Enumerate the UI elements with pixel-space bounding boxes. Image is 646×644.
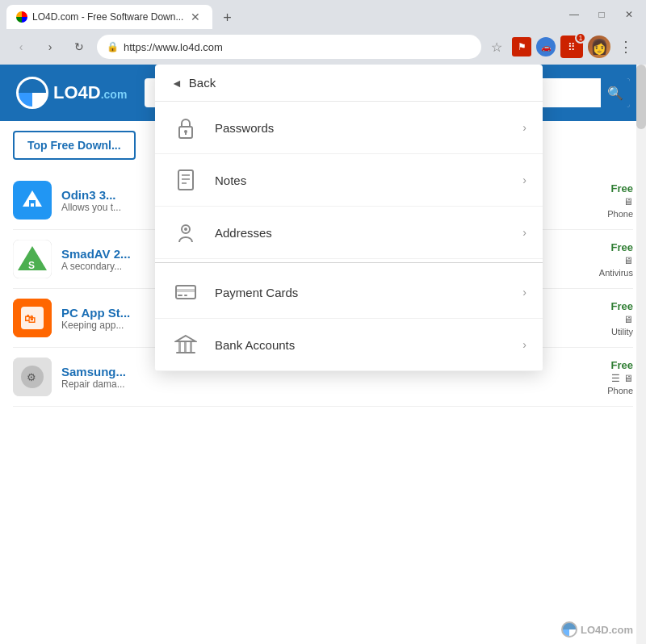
smadav-platforms: 🖥 bbox=[623, 255, 633, 266]
lock-icon: 🔒 bbox=[107, 41, 119, 52]
flag-extension-icon[interactable]: ⚑ bbox=[512, 37, 531, 56]
dropdown-item-bank-accounts[interactable]: Bank Accounts › bbox=[155, 319, 543, 371]
svg-rect-3 bbox=[31, 203, 34, 207]
user-avatar[interactable]: 👩 bbox=[588, 36, 610, 58]
pcapp-meta: Free 🖥 Utility bbox=[568, 300, 633, 337]
odin3-category: Phone bbox=[607, 209, 633, 219]
maximize-button[interactable]: □ bbox=[591, 7, 612, 22]
svg-rect-24 bbox=[178, 295, 182, 296]
pcapp-platforms: 🖥 bbox=[623, 314, 633, 325]
dropdown-back-button[interactable]: ◄ Back bbox=[155, 65, 543, 102]
samsung-desc: Repair dama... bbox=[61, 378, 559, 390]
passwords-label: Passwords bbox=[215, 121, 508, 135]
back-label: Back bbox=[189, 76, 216, 90]
svg-marker-26 bbox=[176, 336, 195, 341]
reload-button[interactable]: ↻ bbox=[68, 36, 90, 58]
monitor-icon: 🖥 bbox=[623, 196, 633, 207]
dropdown-separator bbox=[155, 262, 543, 263]
scrollbar[interactable] bbox=[636, 65, 646, 644]
top-free-downloads-button[interactable]: Top Free Downl... bbox=[13, 131, 136, 160]
svg-rect-30 bbox=[176, 352, 195, 353]
scrollbar-thumb[interactable] bbox=[636, 65, 646, 129]
new-tab-button[interactable]: + bbox=[216, 6, 238, 29]
dropdown-item-notes[interactable]: Notes › bbox=[155, 154, 543, 207]
addresses-arrow-icon: › bbox=[522, 226, 526, 239]
svg-text:⚙: ⚙ bbox=[27, 371, 36, 383]
samsung-category: Phone bbox=[607, 386, 633, 395]
notes-arrow-icon: › bbox=[522, 174, 526, 186]
samsung-price: Free bbox=[611, 359, 633, 371]
smadav-icon: S bbox=[13, 240, 52, 278]
bank-accounts-arrow-icon: › bbox=[522, 338, 526, 351]
samsung-icon: ⚙ bbox=[13, 358, 52, 396]
url-bar[interactable]: 🔒 https://www.lo4d.com bbox=[97, 35, 481, 59]
monitor-icon2: 🖥 bbox=[623, 255, 633, 266]
bank-accounts-label: Bank Accounts bbox=[215, 338, 508, 352]
browser-menu-button[interactable]: ⋮ bbox=[615, 38, 636, 56]
lo4d-watermark: LO4D.com bbox=[561, 621, 633, 638]
smadav-price: Free bbox=[611, 241, 633, 253]
forward-button[interactable]: › bbox=[39, 36, 61, 58]
addresses-label: Addresses bbox=[215, 226, 508, 240]
svg-rect-16 bbox=[178, 170, 193, 190]
lo4d-com-text: .com bbox=[101, 88, 128, 101]
bookmark-icon[interactable]: ☆ bbox=[491, 40, 502, 55]
list-icon: ☰ bbox=[611, 373, 620, 384]
lo4d-search-button[interactable]: 🔍 bbox=[601, 78, 630, 107]
password-manager-dropdown: ◄ Back Passwords › bbox=[155, 65, 543, 371]
tab-bar: LO4D.com - Free Software Down... ✕ + bbox=[6, 0, 238, 29]
dropdown-item-passwords[interactable]: Passwords › bbox=[155, 102, 543, 154]
extensions-badge: 1 bbox=[575, 32, 586, 44]
close-button[interactable]: ✕ bbox=[619, 7, 640, 22]
back-button[interactable]: ‹ bbox=[10, 36, 32, 58]
odin3-icon bbox=[13, 181, 52, 220]
payment-cards-arrow-icon: › bbox=[522, 286, 526, 299]
active-tab[interactable]: LO4D.com - Free Software Down... ✕ bbox=[6, 5, 212, 29]
smadav-meta: Free 🖥 Antivirus bbox=[568, 241, 633, 278]
odin3-platforms: 🖥 bbox=[623, 196, 633, 207]
monitor-icon4: 🖥 bbox=[623, 373, 633, 384]
watermark-ball bbox=[561, 621, 577, 638]
bank-accounts-icon-wrap bbox=[171, 330, 200, 359]
address-icon bbox=[174, 221, 197, 244]
svg-rect-15 bbox=[185, 132, 187, 135]
title-bar: LO4D.com - Free Software Down... ✕ + — □… bbox=[0, 0, 646, 29]
address-bar: ‹ › ↻ 🔒 https://www.lo4d.com ☆ ⚑ 🚗 ⠿ 1 👩… bbox=[0, 29, 646, 65]
tab-favicon bbox=[16, 11, 27, 23]
webpage: LO4D.com 🔍 Top Free Downl... bbox=[0, 65, 646, 644]
tab-title: LO4D.com - Free Software Down... bbox=[32, 11, 183, 23]
smadav-category: Antivirus bbox=[599, 268, 633, 278]
dropdown-item-payment-cards[interactable]: Payment Cards › bbox=[155, 266, 543, 319]
car-extension-icon[interactable]: 🚗 bbox=[536, 37, 556, 56]
svg-rect-23 bbox=[176, 289, 195, 292]
notes-icon bbox=[174, 169, 197, 191]
minimize-button[interactable]: — bbox=[564, 7, 585, 22]
svg-rect-25 bbox=[184, 295, 187, 296]
payment-cards-icon-wrap bbox=[171, 278, 200, 307]
odin3-price: Free bbox=[611, 182, 633, 194]
svg-rect-28 bbox=[184, 342, 187, 352]
bank-icon bbox=[174, 333, 197, 356]
dropdown-item-addresses[interactable]: Addresses › bbox=[155, 207, 543, 259]
tab-close-button[interactable]: ✕ bbox=[188, 10, 203, 24]
lo4d-logo-ball bbox=[16, 77, 48, 109]
pcapp-category: Utility bbox=[611, 327, 633, 337]
svg-text:S: S bbox=[28, 260, 35, 271]
lock-icon bbox=[174, 116, 197, 139]
card-icon bbox=[174, 281, 197, 303]
back-arrow-icon: ◄ bbox=[171, 77, 182, 90]
lo4d-logo: LO4D.com bbox=[16, 77, 127, 109]
svg-rect-27 bbox=[178, 342, 181, 352]
passwords-icon-wrap bbox=[171, 113, 200, 142]
payment-cards-label: Payment Cards bbox=[215, 286, 508, 299]
watermark-text: LO4D.com bbox=[581, 624, 633, 636]
notes-label: Notes bbox=[215, 174, 508, 187]
odin3-meta: Free 🖥 Phone bbox=[568, 182, 633, 219]
toolbar-icons: ⚑ 🚗 ⠿ 1 👩 ⋮ bbox=[512, 36, 636, 58]
url-text: https://www.lo4d.com bbox=[124, 41, 472, 53]
svg-text:🛍: 🛍 bbox=[24, 312, 36, 325]
samsung-meta: Free ☰ 🖥 Phone bbox=[568, 359, 633, 395]
notes-icon-wrap bbox=[171, 165, 200, 194]
browser-frame: LO4D.com - Free Software Down... ✕ + — □… bbox=[0, 0, 646, 644]
pcapp-price: Free bbox=[611, 300, 633, 312]
